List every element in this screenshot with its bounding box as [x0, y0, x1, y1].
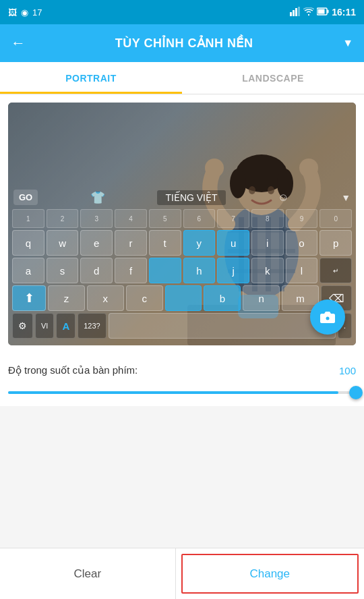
- tabs-bar: PORTRAIT LANDSCAPE: [0, 62, 364, 94]
- key-enter[interactable]: ↵: [320, 258, 352, 283]
- key-f[interactable]: f: [115, 258, 147, 283]
- key-r[interactable]: r: [115, 230, 147, 256]
- key-e[interactable]: e: [80, 230, 113, 256]
- svg-rect-2: [295, 8, 297, 16]
- emoji-icons: ☺: [278, 192, 289, 204]
- tab-landscape[interactable]: LANDSCAPE: [182, 62, 364, 94]
- app-bar-title: TÙY CHỈNH CẢNH NỀN: [34, 36, 334, 51]
- key-w[interactable]: w: [47, 230, 79, 256]
- key-t[interactable]: t: [149, 230, 181, 256]
- status-bar: 🖼 ◉ 17 16:11: [0, 0, 364, 24]
- settings-key[interactable]: ⚙: [12, 313, 33, 339]
- keyboard-top-row: GO 👕 TIẾNG VIỆT ☺ ▼: [11, 187, 353, 208]
- keyboard-container: GO 👕 TIẾNG VIỆT ☺ ▼ 1 2 3 4 5 6 7 8 9 0: [8, 184, 356, 345]
- key-v[interactable]: [165, 285, 202, 311]
- key-8[interactable]: 8: [251, 209, 284, 228]
- key-c[interactable]: c: [126, 285, 163, 311]
- keyboard-row-z: ⬆ z x c b n m ⌫: [11, 285, 353, 311]
- number-row: 1 2 3 4 5 6 7 8 9 0: [11, 209, 353, 228]
- signal-icon: [290, 7, 301, 18]
- svg-rect-5: [318, 9, 325, 13]
- svg-rect-0: [290, 12, 292, 16]
- collapse-icon[interactable]: ▼: [341, 192, 351, 203]
- svg-rect-3: [298, 7, 300, 16]
- lang-key[interactable]: VI: [35, 313, 54, 339]
- clear-button[interactable]: Clear: [0, 548, 176, 599]
- key-y[interactable]: y: [183, 230, 216, 256]
- transparency-value: 100: [339, 365, 356, 376]
- nums-key[interactable]: 123?: [78, 313, 106, 339]
- keyboard-preview: GO 👕 TIẾNG VIỆT ☺ ▼ 1 2 3 4 5 6 7 8 9 0: [8, 103, 356, 345]
- key-h[interactable]: h: [183, 258, 216, 283]
- shift-key[interactable]: ⬆: [12, 285, 46, 311]
- key-b[interactable]: b: [204, 285, 241, 311]
- key-z[interactable]: z: [48, 285, 85, 311]
- status-right: 16:11: [290, 7, 356, 18]
- space-key[interactable]: [109, 313, 336, 339]
- shirt-icon: 👕: [90, 190, 105, 205]
- app-bar: ← TÙY CHỈNH CẢNH NỀN ▼: [0, 24, 364, 62]
- key-d[interactable]: d: [80, 258, 113, 283]
- key-p[interactable]: p: [320, 230, 352, 256]
- change-button[interactable]: Change: [181, 554, 359, 594]
- language-label[interactable]: TIẾNG VIỆT: [157, 190, 225, 205]
- key-g[interactable]: [149, 258, 181, 283]
- slider-fill: [8, 391, 338, 394]
- key-o[interactable]: o: [286, 230, 318, 256]
- transparency-label-row: Độ trong suốt của bàn phím: 100: [8, 364, 356, 376]
- key-s[interactable]: s: [47, 258, 79, 283]
- tab-portrait[interactable]: PORTRAIT: [0, 62, 182, 94]
- key-6[interactable]: 6: [183, 209, 216, 228]
- time-display: 16:11: [332, 7, 356, 18]
- battery-icon: [317, 7, 329, 18]
- dropdown-arrow-icon[interactable]: ▼: [342, 37, 353, 49]
- main-content: GO 👕 TIẾNG VIỆT ☺ ▼ 1 2 3 4 5 6 7 8 9 0: [0, 94, 364, 353]
- key-j[interactable]: j: [217, 258, 249, 283]
- transparency-label: Độ trong suốt của bàn phím:: [8, 364, 138, 376]
- keyboard-row-q: q w e r t y u i o p: [11, 230, 353, 256]
- status-left: 🖼 ◉ 17: [8, 7, 42, 18]
- bottom-action-bar: Clear Change: [0, 548, 364, 599]
- wifi-icon: [303, 7, 314, 18]
- chrome-icon: ◉: [21, 7, 28, 18]
- transparency-section: Độ trong suốt của bàn phím: 100: [0, 353, 364, 406]
- key-q[interactable]: q: [12, 230, 44, 256]
- key-4[interactable]: 4: [115, 209, 147, 228]
- key-l[interactable]: l: [286, 258, 318, 283]
- camera-fab-button[interactable]: [310, 300, 345, 335]
- key-7[interactable]: 7: [217, 209, 249, 228]
- image-icon: 🖼: [8, 7, 17, 18]
- keyboard-row-a: a s d f h j k l ↵: [11, 258, 353, 283]
- smiley-icon: ☺: [278, 192, 289, 204]
- key-2[interactable]: 2: [47, 209, 79, 228]
- key-9[interactable]: 9: [286, 209, 318, 228]
- key-0[interactable]: 0: [320, 209, 352, 228]
- keyboard-bottom-row: ⚙ VI A 123? .: [11, 313, 353, 339]
- key-a[interactable]: a: [12, 258, 44, 283]
- key-k[interactable]: k: [251, 258, 284, 283]
- svg-point-26: [326, 317, 330, 320]
- keyboard-go-button[interactable]: GO: [13, 190, 38, 205]
- transparency-slider[interactable]: [8, 384, 356, 401]
- svg-rect-6: [328, 9, 329, 13]
- key-u[interactable]: u: [217, 230, 249, 256]
- slider-thumb[interactable]: [349, 386, 363, 399]
- key-5[interactable]: 5: [149, 209, 181, 228]
- camera-icon: [320, 310, 335, 324]
- slider-track: [8, 391, 356, 394]
- text-style-key[interactable]: A: [56, 313, 75, 339]
- key-1[interactable]: 1: [12, 209, 44, 228]
- key-n[interactable]: n: [243, 285, 280, 311]
- svg-rect-1: [293, 10, 295, 16]
- key-x[interactable]: x: [87, 285, 124, 311]
- key-i[interactable]: i: [251, 230, 284, 256]
- back-button[interactable]: ←: [11, 34, 26, 52]
- notification-count: 17: [32, 7, 42, 18]
- key-3[interactable]: 3: [80, 209, 113, 228]
